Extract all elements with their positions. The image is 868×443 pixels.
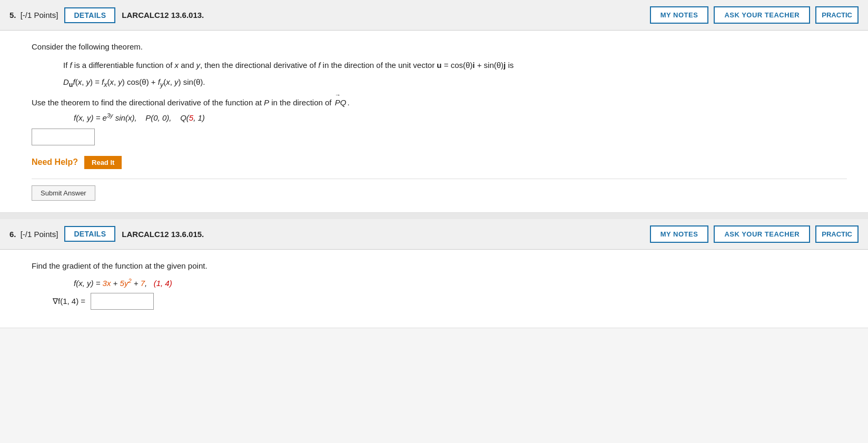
question-6-header: 6. [-/1 Points] DETAILS LARCALC12 13.6.0…	[0, 219, 868, 250]
gradient-label: ∇f(1, 4) =	[53, 297, 85, 306]
q6-practic-button[interactable]: PRACTIC	[815, 225, 859, 243]
need-help-text: Need Help?	[32, 157, 78, 167]
q6-num: 6.	[9, 230, 16, 239]
question-5-body: Consider the following theorem. If f is …	[0, 31, 868, 212]
q6-question-id: LARCALC12 13.6.015.	[122, 230, 643, 239]
q5-answer-input[interactable]	[32, 129, 95, 145]
theorem-formula: Duf(x, y) = fx(x, y) cos(θ) + fy(x, y) s…	[63, 75, 847, 91]
question-5-number: 5. [-/1 Points]	[9, 11, 58, 19]
q6-answer-input[interactable]	[91, 293, 154, 310]
read-it-button[interactable]: Read It	[84, 156, 122, 169]
question-5-block: 5. [-/1 Points] DETAILS LARCALC12 13.6.0…	[0, 0, 868, 213]
function-expression: f(x, y) = e3y sin(x), P(0, 0), Q(5, 1)	[74, 112, 847, 122]
q5-question-id: LARCALC12 13.6.013.	[122, 11, 643, 19]
q6-ask-teacher-button[interactable]: ASK YOUR TEACHER	[714, 225, 810, 243]
q5-points: [-/1 Points]	[21, 11, 58, 19]
gradient-input-line: ∇f(1, 4) =	[53, 293, 847, 310]
theorem-block: If f is a differentiable function of x a…	[63, 58, 847, 91]
theorem-text: If f is a differentiable function of x a…	[63, 58, 847, 72]
q5-practic-button[interactable]: PRACTIC	[815, 6, 859, 24]
submit-area-5: Submit Answer	[32, 179, 847, 203]
q6-my-notes-button[interactable]: MY NOTES	[650, 225, 709, 243]
q5-my-notes-button[interactable]: MY NOTES	[650, 6, 709, 24]
q5-ask-teacher-button[interactable]: ASK YOUR TEACHER	[714, 6, 810, 24]
q5-details-button[interactable]: DETAILS	[64, 7, 115, 23]
question-6-number: 6. [-/1 Points]	[9, 230, 58, 239]
question-5-header: 5. [-/1 Points] DETAILS LARCALC12 13.6.0…	[0, 0, 868, 31]
q6-points: [-/1 Points]	[21, 230, 58, 239]
submit-answer-button-5[interactable]: Submit Answer	[32, 185, 95, 201]
q6-function-expression: f(x, y) = 3x + 5y2 + 7, (1, 4)	[74, 278, 847, 288]
need-help-section: Need Help? Read It	[32, 156, 847, 169]
q6-details-button[interactable]: DETAILS	[64, 226, 115, 242]
question-6-block: 6. [-/1 Points] DETAILS LARCALC12 13.6.0…	[0, 219, 868, 328]
q5-header-buttons: MY NOTES ASK YOUR TEACHER PRACTIC	[650, 6, 859, 24]
use-theorem-text: Use the theorem to find the directional …	[32, 98, 847, 107]
theorem-intro: Consider the following theorem.	[32, 42, 847, 51]
section-divider	[0, 213, 868, 219]
q5-num: 5.	[9, 11, 16, 19]
find-gradient-text: Find the gradient of the function at the…	[32, 261, 847, 270]
question-6-body: Find the gradient of the function at the…	[0, 250, 868, 328]
q6-header-buttons: MY NOTES ASK YOUR TEACHER PRACTIC	[650, 225, 859, 243]
